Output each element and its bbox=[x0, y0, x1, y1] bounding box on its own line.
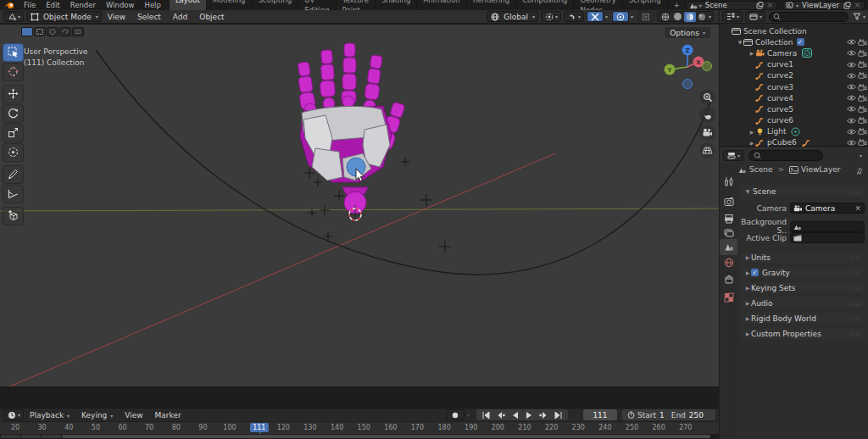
toggle-perspective-button[interactable] bbox=[699, 142, 715, 158]
chevron-down-icon[interactable]: ▾ bbox=[467, 412, 470, 418]
expander-icon[interactable]: ▼ bbox=[737, 39, 743, 45]
panel-grip-icon[interactable]: :::: bbox=[850, 270, 861, 276]
chevron-down-icon[interactable]: ▾ bbox=[863, 14, 865, 19]
timeline-menu-marker[interactable]: Marker bbox=[149, 411, 187, 420]
properties-tab-tool[interactable] bbox=[720, 174, 737, 190]
zoom-button[interactable] bbox=[699, 89, 715, 105]
tool-select-box-button[interactable] bbox=[3, 43, 24, 62]
hide-viewport-toggle[interactable] bbox=[846, 106, 857, 112]
hide-viewport-toggle[interactable] bbox=[846, 62, 857, 68]
properties-tab-scene[interactable] bbox=[720, 239, 737, 255]
clear-icon[interactable]: ✕ bbox=[854, 204, 861, 213]
panel-scene[interactable]: ▼Scene :::: bbox=[741, 186, 865, 197]
editor-type-button[interactable]: ▾ bbox=[3, 11, 24, 22]
timeline-menu-keying[interactable]: Keying ▾ bbox=[75, 411, 119, 420]
play-reverse-button[interactable] bbox=[509, 412, 522, 419]
collection-checkbox[interactable]: ✓ bbox=[797, 38, 804, 46]
pan-hand-button[interactable] bbox=[699, 107, 715, 123]
hide-render-toggle[interactable] bbox=[857, 84, 868, 91]
hide-render-toggle[interactable] bbox=[857, 61, 868, 68]
auto-key-button[interactable] bbox=[446, 409, 465, 420]
orientation-dropdown[interactable]: Global ▾ bbox=[487, 11, 538, 22]
start-value[interactable]: 1 bbox=[659, 411, 665, 420]
properties-tab-render[interactable] bbox=[720, 194, 737, 210]
snap-toggle[interactable] bbox=[587, 11, 604, 22]
tool-measure-button[interactable] bbox=[3, 185, 24, 203]
hide-render-toggle[interactable] bbox=[857, 95, 868, 102]
hide-viewport-toggle[interactable] bbox=[846, 140, 857, 146]
timeline-menu-view[interactable]: View bbox=[119, 411, 148, 420]
gravity-checkbox[interactable]: ✓ bbox=[751, 269, 759, 276]
timeline-scrollbar[interactable] bbox=[0, 434, 719, 439]
hide-viewport-toggle[interactable] bbox=[846, 118, 857, 124]
topbar-menu-edit[interactable]: Edit bbox=[41, 1, 64, 9]
hide-render-toggle[interactable] bbox=[857, 117, 868, 124]
viewport-menu-view[interactable]: View bbox=[102, 13, 131, 21]
chevron-down-icon[interactable]: ▾ bbox=[709, 14, 711, 19]
hide-render-toggle[interactable] bbox=[857, 106, 868, 113]
outliner-search-input[interactable] bbox=[769, 12, 849, 22]
topbar-menu-render[interactable]: Render bbox=[65, 1, 101, 9]
outliner-row-curve2[interactable]: curve2 bbox=[720, 70, 868, 81]
expander-icon[interactable]: ▶ bbox=[748, 129, 755, 135]
expander-icon[interactable]: ▶ bbox=[748, 140, 755, 146]
panel-keying-sets[interactable]: ▶ Keying Sets :::: bbox=[741, 282, 865, 293]
scrollbar-handle[interactable] bbox=[62, 435, 710, 438]
snap-dropdown[interactable]: ▾ bbox=[564, 11, 584, 22]
hide-render-toggle[interactable] bbox=[857, 72, 868, 79]
add-workspace-button[interactable]: + bbox=[668, 0, 686, 10]
hide-viewport-toggle[interactable] bbox=[846, 73, 857, 79]
outliner-row-curve4[interactable]: curve4 bbox=[720, 92, 868, 103]
outliner-row-curve6[interactable]: curve6 bbox=[720, 115, 868, 126]
hide-viewport-toggle[interactable] bbox=[846, 129, 857, 135]
properties-tab-object[interactable] bbox=[720, 272, 737, 288]
pin-icon[interactable] bbox=[856, 167, 864, 175]
viewport-3d[interactable]: Z Y X User Perspective (111) Collection … bbox=[0, 25, 719, 386]
tool-add-cube-button[interactable] bbox=[3, 207, 24, 225]
outliner-row-camera[interactable]: ▶ Camera bbox=[720, 47, 868, 58]
gizmo-z-neg[interactable] bbox=[683, 80, 693, 89]
end-value[interactable]: 250 bbox=[689, 411, 704, 420]
shading-material-button[interactable] bbox=[684, 12, 696, 22]
outliner-new-collection-button[interactable]: ▾ bbox=[745, 11, 765, 22]
panel-grip-icon[interactable]: :::: bbox=[850, 254, 861, 261]
topbar-menu-file[interactable]: File bbox=[19, 1, 41, 9]
chevron-down-icon[interactable]: ▾ bbox=[860, 153, 862, 158]
hide-viewport-toggle[interactable] bbox=[846, 50, 857, 56]
panel-gravity[interactable]: ▶ ✓ Gravity :::: bbox=[741, 267, 865, 278]
properties-tab-texture[interactable] bbox=[720, 290, 737, 306]
proportional-editing-toggle[interactable] bbox=[612, 11, 629, 22]
chevron-down-icon[interactable]: ▾ bbox=[631, 14, 633, 19]
options-button[interactable]: Options ▾ bbox=[665, 27, 710, 38]
new-view-layer-icon[interactable] bbox=[843, 1, 853, 10]
next-keyframe-button[interactable] bbox=[536, 412, 551, 419]
show-gizmo-toggle[interactable] bbox=[637, 11, 654, 22]
current-frame-badge[interactable]: 111 bbox=[250, 423, 269, 432]
select-lasso-button[interactable] bbox=[59, 27, 71, 36]
breadcrumb-scene[interactable]: Scene bbox=[749, 165, 772, 174]
panel-custom-properties[interactable]: ▶ Custom Properties :::: bbox=[741, 328, 865, 339]
panel-rigid-body-world[interactable]: ▶ Rigid Body World :::: bbox=[741, 313, 865, 324]
scene-selector[interactable]: ▾ Scene ✕ bbox=[686, 1, 777, 10]
viewport-menu-object[interactable]: Object bbox=[193, 13, 230, 21]
tool-annotate-button[interactable] bbox=[3, 165, 24, 184]
tool-move-button[interactable] bbox=[3, 85, 24, 103]
blender-logo-icon[interactable] bbox=[4, 1, 15, 9]
active-clip-field[interactable] bbox=[790, 232, 865, 243]
viewport-menu-select[interactable]: Select bbox=[131, 13, 167, 21]
tool-transform-button[interactable] bbox=[3, 143, 24, 162]
tool-cursor-button[interactable] bbox=[3, 63, 24, 81]
panel-grip-icon[interactable]: :::: bbox=[850, 315, 861, 322]
properties-search-input[interactable] bbox=[748, 150, 823, 161]
select-circle-button[interactable] bbox=[47, 27, 58, 36]
shading-wireframe-button[interactable] bbox=[659, 12, 671, 22]
topbar-menu-help[interactable]: Help bbox=[139, 1, 165, 9]
hide-render-toggle[interactable] bbox=[857, 139, 868, 146]
expander-icon[interactable]: ▶ bbox=[748, 50, 755, 56]
shading-solid-button[interactable] bbox=[671, 12, 684, 21]
outliner-row-collection[interactable]: ▼ Collection✓ bbox=[720, 36, 868, 47]
hide-viewport-toggle[interactable] bbox=[846, 39, 857, 45]
hide-viewport-toggle[interactable] bbox=[846, 84, 857, 90]
select-tweak-button[interactable] bbox=[21, 27, 33, 36]
mode-dropdown[interactable]: Object Mode ▾ bbox=[26, 11, 102, 22]
